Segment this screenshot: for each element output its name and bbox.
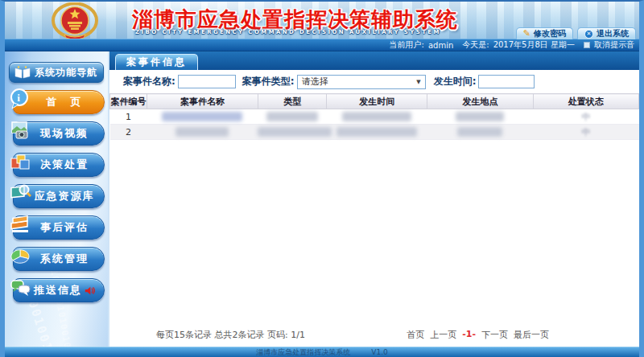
chat-bubbles-icon: [9, 276, 31, 298]
books-icon: [9, 213, 31, 236]
camera-icon: [9, 119, 31, 142]
pie-chart-icon: [9, 244, 31, 267]
pencil-icon: ✎: [523, 29, 530, 38]
next-page-link[interactable]: 下一页: [481, 329, 508, 341]
table-header-row: 案件编号 案事件名称 类型 发生时间 发生地点 处置状态: [110, 94, 639, 109]
cell-occur-time-redacted: [327, 125, 427, 140]
file-boxes-icon: [9, 150, 31, 173]
cell-status-redacted: 中: [533, 125, 638, 140]
header-actions: ✎ 修改密码 ✕ 退出系统: [516, 27, 636, 39]
sidebar-header-label: 系统功能导航: [35, 66, 97, 80]
body-region: 010010010100100 010010010100100 系统功能导航 i…: [5, 51, 639, 347]
pager-links: 首页 上一页 -1- 下一页 最后一页: [407, 329, 549, 341]
chevron-down-icon: ▼: [416, 79, 420, 85]
change-password-button[interactable]: ✎ 修改密码: [516, 27, 573, 39]
logout-label: 退出系统: [597, 28, 629, 39]
sidebar-item-label: 推送信息: [34, 283, 82, 298]
close-icon: ✕: [584, 30, 593, 39]
col-case-no: 案件编号: [110, 94, 147, 109]
content-region: 案事件信息 案事件名称: 案事件类型: 请选择 ▼ 发生时间:: [109, 51, 639, 347]
cell-case-name-redacted: [147, 125, 258, 140]
col-occur-place: 发生地点: [427, 94, 533, 109]
book-magnifier-icon: [9, 182, 31, 204]
national-emblem-logo: [43, 2, 106, 39]
cell-occur-time-redacted: [327, 109, 427, 125]
mute-checkbox-label: 取消提示音: [594, 39, 634, 51]
change-password-label: 修改密码: [534, 28, 566, 39]
case-type-selected-value: 请选择: [302, 76, 328, 88]
sidebar-item-label: 现场视频: [40, 126, 89, 141]
home-info-icon: i: [9, 88, 31, 110]
sidebar-item-resource-library[interactable]: 应急资源库: [13, 184, 105, 208]
case-type-label: 案事件类型:: [242, 75, 295, 88]
tab-case-info[interactable]: 案事件信息: [115, 54, 198, 70]
col-status: 处置状态: [533, 94, 638, 109]
page-subtitle: ZIBO CITY EMERGENCY COMMAND DECISION AUX…: [135, 29, 441, 35]
open-book-icon: [14, 66, 31, 79]
sidebar-item-decision[interactable]: 决策处置: [13, 153, 105, 177]
table-row[interactable]: 2 中: [110, 125, 639, 140]
user-info-bar: 当前用户: admin 今天是: 2017年5月8日 星期一 取消提示音: [5, 39, 639, 51]
sidebar-item-label: 应急资源库: [35, 189, 95, 203]
sidebar: 010010010100100 010010010100100 系统功能导航 i…: [5, 51, 108, 347]
cell-case-name-redacted: [147, 109, 258, 125]
col-case-name: 案事件名称: [147, 94, 258, 109]
cell-case-type-redacted: [258, 125, 326, 140]
sidebar-item-push-info[interactable]: 推送信息: [13, 278, 105, 302]
cell-occur-place-redacted: [427, 125, 533, 140]
col-occur-time: 发生时间: [327, 94, 427, 109]
footer-system-name: 淄博市应急处置指挥决策系统: [256, 347, 350, 357]
last-page-link[interactable]: 最后一页: [514, 329, 549, 341]
sidebar-item-evaluation[interactable]: 事后评估: [13, 215, 105, 240]
prev-page-link[interactable]: 上一页: [430, 329, 456, 341]
record-summary: 每页15条记录 总共2条记录 页码: 1/1: [156, 329, 305, 341]
sidebar-item-label: 事后评估: [40, 220, 89, 235]
cell-status-redacted: 中: [533, 109, 638, 125]
current-page-indicator: -1-: [462, 329, 476, 341]
col-case-type: 类型: [258, 94, 326, 109]
sidebar-item-live-video[interactable]: 现场视频: [13, 121, 105, 146]
table-row[interactable]: 1 中: [110, 109, 639, 125]
pagination-bar: 每页15条记录 总共2条记录 页码: 1/1 首页 上一页 -1- 下一页 最后…: [109, 329, 639, 341]
footer-bar: 淄博市应急处置指挥决策系统 V1.0: [5, 347, 639, 357]
mute-checkbox[interactable]: [584, 42, 590, 48]
case-name-input[interactable]: [178, 75, 236, 88]
case-type-select[interactable]: 请选择 ▼: [297, 75, 426, 89]
sidebar-item-label: 首 页: [47, 95, 83, 109]
case-info-panel: 案事件名称: 案事件类型: 请选择 ▼ 发生时间:: [109, 70, 639, 347]
date-value: 2017年5月8日 星期一: [493, 39, 575, 51]
svg-text:i: i: [17, 92, 22, 104]
binary-decoration: 010010010100100: [47, 263, 74, 347]
logout-button[interactable]: ✕ 退出系统: [577, 27, 636, 39]
cell-occur-place-redacted: [427, 109, 533, 125]
current-user-value: admin: [428, 41, 453, 50]
app-header: 淄博市应急处置指挥决策辅助系统 ZIBO CITY EMERGENCY COMM…: [5, 2, 639, 39]
occur-time-input[interactable]: [478, 75, 535, 88]
speaker-icon: [85, 285, 95, 296]
sidebar-item-home[interactable]: i 首 页: [13, 90, 105, 114]
sidebar-item-label: 决策处置: [40, 158, 89, 172]
app-window: 淄博市应急处置指挥决策辅助系统 ZIBO CITY EMERGENCY COMM…: [0, 0, 644, 357]
sidebar-header: 系统功能导航: [9, 62, 104, 83]
sidebar-item-system-management[interactable]: 系统管理: [13, 247, 105, 271]
search-filters: 案事件名称: 案事件类型: 请选择 ▼ 发生时间:: [109, 70, 639, 93]
cell-case-type-redacted: [258, 109, 326, 125]
footer-version: V1.0: [371, 348, 387, 356]
occur-time-label: 发生时间:: [434, 75, 477, 88]
date-label: 今天是:: [462, 39, 489, 51]
cell-case-no: 2: [110, 125, 147, 140]
sidebar-item-label: 系统管理: [40, 252, 89, 266]
current-user-label: 当前用户:: [390, 39, 424, 51]
first-page-link[interactable]: 首页: [407, 329, 424, 341]
cell-case-no: 1: [110, 109, 147, 125]
tab-bar: 案事件信息: [109, 51, 639, 70]
case-name-label: 案事件名称:: [123, 75, 175, 88]
case-table: 案件编号 案事件名称 类型 发生时间 发生地点 处置状态 1: [109, 93, 639, 140]
